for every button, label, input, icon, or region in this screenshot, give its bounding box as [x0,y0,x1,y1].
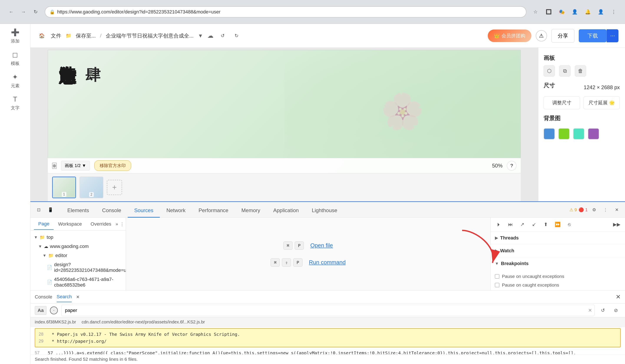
result-line-29[interactable]: 29 * http://paperjs.org/ [39,338,617,345]
tab-application[interactable]: Application [267,204,305,218]
run-command-action[interactable]: Run command [309,259,346,266]
sources-tab-workspace[interactable]: Workspace [54,219,86,229]
search-clear-action-button[interactable]: ⊘ [611,306,621,315]
download-more-button[interactable]: ⋯ [607,29,619,42]
devtools-inspect-button[interactable]: ⊡ [34,205,43,215]
pause-uncaught-checkbox[interactable] [495,274,499,279]
sources-action-more[interactable]: ⋮ [118,220,126,228]
bg-swatch-teal[interactable] [573,128,584,140]
back-button[interactable]: ← [6,7,16,17]
add-page-button[interactable]: + [107,180,122,195]
devtools-device-button[interactable]: 📱 [46,205,55,215]
sources-center-panel: ⌘ P Open file ⌘ ⇧ P Run command [126,218,490,290]
right-panel: 画板 ⬡ ⧉ 🗑 尺寸 1242 × 2688 px 调整尺寸 [538,48,625,201]
dropdown-icon[interactable]: ▼ [198,33,203,39]
console-tab-console[interactable]: Console [35,292,52,302]
extension-2-button[interactable]: 🎭 [557,7,566,17]
debugger-step-over-btn[interactable]: ⏭ [506,220,515,229]
resize-button[interactable]: 调整尺寸 [544,96,580,109]
vip-button[interactable]: 👑 会员拼团购 [488,29,531,42]
thumbnail-2[interactable]: 2 [79,177,103,198]
debugger-step-btn[interactable]: ⬆ [541,220,551,229]
debugger-pause-exceptions-btn[interactable]: ⎋ [564,220,574,229]
dot-button[interactable]: · [50,307,58,314]
download-button[interactable]: 下载 [579,29,607,42]
tab-performance[interactable]: Performance [192,204,235,218]
extend-button[interactable]: 尺寸延展 🌟 [584,96,620,109]
breakpoints-header[interactable]: ▼ Breakpoints [491,257,625,270]
panel-icon-2[interactable]: ⧉ [559,65,570,77]
tab-memory[interactable]: Memory [235,204,267,218]
layer-button[interactable]: ⊕ [52,163,57,169]
search-clear-button[interactable]: ✕ [588,308,592,313]
debugger-deactivate-btn[interactable]: ⏩ [553,220,562,229]
aa-button[interactable]: Aa [35,306,46,315]
board-select[interactable]: 画板 1/2 ▼ [61,161,90,170]
sources-nav-more[interactable]: » [116,220,118,228]
devtools-more-button[interactable]: ⋮ [601,205,610,215]
remove-watermark-button[interactable]: 移除官方水印 [94,160,131,171]
settings-button[interactable]: ⚙ [589,205,599,215]
tab-network[interactable]: Network [160,204,192,218]
debugger-step-into-btn[interactable]: ↗ [518,220,527,229]
tree-top[interactable]: ▼ 📁 top [31,233,126,242]
tab-elements[interactable]: Elements [61,204,95,218]
home-button[interactable]: 🏠 [37,31,46,41]
console-tab-search[interactable]: Search [57,292,72,302]
sidebar-item-elements[interactable]: ✦ 元素 [11,73,20,89]
tree-editor[interactable]: ▼ 📁 editor [31,251,126,260]
search-refresh-button[interactable]: ↺ [598,306,608,315]
thumbnail-1[interactable]: 1 [52,177,76,198]
undo-button[interactable]: ↺ [218,31,227,41]
sidebar-collapse-btn[interactable]: ▶▶ [612,220,622,229]
sources-tab-page[interactable]: Page [34,219,54,230]
extension-4-button[interactable]: 🔔 [583,7,593,17]
search-input[interactable] [61,305,594,316]
profile-button[interactable]: 👤 [596,7,605,17]
canvas-area[interactable]: 🌸 奔赴山意海放 肆 ⊕ 画板 1/2 ▼ 移除官方水印 [31,48,538,201]
threads-header[interactable]: ▶ Threads [491,232,625,244]
debugger-step-out-btn[interactable]: ↙ [529,220,539,229]
debugger-resume-btn[interactable]: ⏵ [494,220,504,229]
tab-console[interactable]: Console [95,204,128,218]
extension-3-button[interactable]: 👤 [570,7,579,17]
bookmark-button[interactable]: ☆ [531,7,540,17]
devtools-close-button[interactable]: ✕ [612,205,622,215]
refresh-button[interactable]: ↻ [31,7,40,17]
save-label: 保存至... [76,32,96,39]
bg-swatch-purple[interactable] [588,128,599,140]
sidebar-item-text[interactable]: T 文字 [11,95,20,111]
sidebar-item-template[interactable]: ◻ 模板 [11,51,20,66]
search-tab-close[interactable]: ✕ [76,294,80,300]
result-file-header[interactable]: index.6f38MKS2.js.br cdn.dancf.com/edito… [31,317,625,327]
text-icon: T [13,95,17,103]
forward-button[interactable]: → [19,7,28,17]
sources-tab-overrides[interactable]: Overrides [86,219,116,229]
tree-file-1[interactable]: 📄 454056a6-c763-4671-a9a7-cbac68532be6 [31,275,126,290]
result-line-57[interactable]: 57 57 ...}}}},a=s.extend({_class:"PaperS… [31,349,625,354]
bg-swatch-blue[interactable] [544,128,555,140]
tree-domain[interactable]: ▼ ☁ www.gaoding.com [31,242,126,251]
extension-1-button[interactable]: 🔲 [544,7,553,17]
panel-icon-1[interactable]: ⬡ [544,65,555,77]
share-button[interactable]: 分享 [551,29,574,43]
watch-header[interactable]: ▶ Watch [491,245,625,257]
run-command-keys: ⌘ ⇧ P [271,258,302,267]
console-close-button[interactable]: ✕ [616,293,621,300]
address-bar[interactable]: 🔒 https://www.gaoding.com/editor/design?… [45,6,526,18]
tab-lighthouse[interactable]: Lighthouse [305,204,344,218]
file-label: 文件 [51,32,61,39]
open-file-action[interactable]: Open file [310,242,333,249]
tab-sources[interactable]: Sources [128,204,160,218]
result-line-28[interactable]: 28 * Paper.js v0.12.17 - The Swiss Army … [39,331,617,338]
bg-swatch-green[interactable] [558,128,570,140]
sidebar-item-add[interactable]: ➕ 添加 [11,28,20,44]
pause-caught-checkbox[interactable] [495,283,499,287]
open-file-keys: ⌘ P [283,241,304,250]
panel-icon-3[interactable]: 🗑 [575,65,586,77]
help-button[interactable]: ? [507,161,516,170]
redo-button[interactable]: ↻ [232,31,241,41]
menu-button[interactable]: ⋮ [609,7,619,17]
tree-file-design[interactable]: 📄 design?id=28522353210473488&mode=user [31,260,126,275]
alert-button[interactable]: ⚠ [536,30,547,41]
